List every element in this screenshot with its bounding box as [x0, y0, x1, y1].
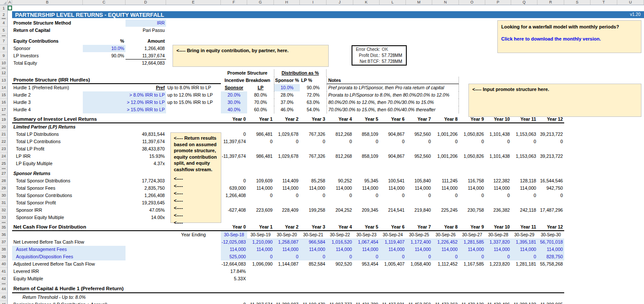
cell-H13[interactable]: Sponsor %	[274, 77, 300, 84]
cell-G38[interactable]: 114,000	[247, 246, 274, 253]
cell-N22[interactable]: 0	[432, 138, 459, 145]
cell-F30[interactable]: 1,266,408	[221, 192, 247, 199]
column-header-G[interactable]: G	[247, 0, 274, 5]
cell-H29[interactable]: 114,000	[274, 185, 300, 192]
cell-C15[interactable]: > 8.0% IRR to LP	[83, 91, 166, 99]
cell-H16[interactable]: 37.0%	[274, 99, 300, 106]
cell-P21[interactable]: 1,101,438	[485, 131, 511, 138]
row-header-36[interactable]: 36	[0, 231, 7, 238]
cell-Q22[interactable]: 0	[511, 138, 537, 145]
cell-H19[interactable]: Year 2	[274, 116, 300, 123]
cell-Q21[interactable]: 1,153,063	[511, 131, 537, 138]
row-header-35[interactable]: 35	[0, 224, 7, 231]
cell-N40[interactable]: 1,112,452	[432, 260, 459, 268]
cell-J38[interactable]: 114,000	[327, 246, 353, 253]
cell-O39[interactable]: 0	[459, 253, 485, 260]
cell-B4[interactable]: Promote Structure Method	[12, 19, 126, 27]
cell-O30[interactable]: 0	[459, 192, 485, 199]
cell-I17[interactable]: 54.0%	[300, 106, 327, 113]
cell-O22[interactable]: 0	[459, 138, 485, 145]
cell-B33[interactable]: Sponsor Equity Multiple	[12, 214, 126, 221]
cell-G24[interactable]: 986,481	[247, 153, 274, 160]
cell-H32[interactable]: 228,409	[274, 207, 300, 214]
cell-N46[interactable]: 11,473,363	[432, 301, 459, 304]
cell-B15[interactable]: Hurdle 2	[12, 91, 83, 99]
cell-F40[interactable]: -12,664,083	[221, 260, 247, 268]
cell-B37[interactable]: Net Levered Before Tax Cash Flow	[12, 238, 221, 246]
column-header-A[interactable]: A	[8, 0, 12, 5]
row-header-37[interactable]: 37	[0, 238, 7, 246]
cell-R32[interactable]: 17,487,296	[537, 207, 564, 214]
cell-E36[interactable]: Year Ending	[166, 231, 221, 238]
cell-M35[interactable]: Year 7	[406, 224, 432, 231]
cell-J19[interactable]: Year 4	[327, 116, 353, 123]
column-header-Q[interactable]: Q	[511, 0, 537, 5]
cell-I46[interactable]: 11,190,479	[300, 301, 327, 304]
cell-Q36[interactable]: 30-Sep-29	[511, 231, 537, 238]
cell-I39[interactable]: 0	[300, 253, 327, 260]
cell-L28[interactable]: 100,541	[380, 177, 406, 185]
cell-P22[interactable]: 0	[485, 138, 511, 145]
row-header-2[interactable]: 2	[0, 11, 7, 18]
cell-J14[interactable]: Pref prorata to LP/Sponsor, then Pro rat…	[327, 84, 459, 91]
cell-D8[interactable]: 1,266,408	[126, 45, 166, 52]
cell-J46[interactable]: 11,007,777	[327, 301, 353, 304]
cell-B31[interactable]: Total Sponsor Profit	[12, 199, 126, 207]
cell-E14[interactable]: Up to 8.0% IRR to LP	[166, 84, 221, 91]
row-header-21[interactable]: 21	[0, 131, 7, 138]
cell-F15[interactable]: 20.0%	[221, 91, 247, 99]
cell-L30[interactable]: 0	[380, 192, 406, 199]
cell-O28[interactable]: 116,758	[459, 177, 485, 185]
cell-B16[interactable]: Hurdle 3	[12, 99, 83, 106]
cell-F29[interactable]: 639,000	[221, 185, 247, 192]
cell-M36[interactable]: 30-Sep-25	[406, 231, 432, 238]
cell-M46[interactable]: 11,452,259	[406, 301, 432, 304]
cell-D7[interactable]: Amount	[126, 38, 166, 45]
cell-K36[interactable]: 30-Sep-23	[353, 231, 380, 238]
row-header-25[interactable]: 25	[0, 160, 7, 167]
cell-J17[interactable]: 70.0%/30.0% to 15.0%, then 60.0%/40.0% t…	[327, 106, 459, 113]
cell-I40[interactable]: 852,584	[300, 260, 327, 268]
row-header-46[interactable]: 46	[0, 301, 7, 304]
cell-M24[interactable]: 952,560	[406, 153, 432, 160]
cell-L24[interactable]: 904,867	[380, 153, 406, 160]
cell-N21[interactable]: 1,001,206	[432, 131, 459, 138]
cell-B2[interactable]: PARTNERSHIP LEVEL RETURNS - EQUITY WATER…	[12, 11, 591, 18]
cell-G46[interactable]: 11,397,674	[247, 301, 274, 304]
cell-D4[interactable]: IRR	[126, 19, 166, 27]
cell-E16[interactable]: up to 15.0% IRR to LP	[166, 99, 221, 106]
select-all-corner[interactable]	[0, 0, 8, 5]
cell-D24[interactable]: 15.93%	[126, 153, 166, 160]
cell-D5[interactable]: Pari Passu	[126, 27, 166, 34]
cell-O40[interactable]: 1,167,585	[459, 260, 485, 268]
cell-P46[interactable]: 11,439,406	[485, 301, 511, 304]
cell-K40[interactable]: 953,454	[353, 260, 380, 268]
row-header-19[interactable]: 19	[0, 116, 7, 123]
column-header-B[interactable]: B	[12, 0, 83, 5]
row-header-16[interactable]: 16	[0, 99, 7, 106]
cell-D21[interactable]: 49,831,544	[126, 131, 166, 138]
cell-D28[interactable]: 17,724,303	[126, 177, 166, 185]
cell-Q30[interactable]: 0	[511, 192, 537, 199]
cell-I30[interactable]: 0	[300, 192, 327, 199]
cell-I14[interactable]: 90.0%	[300, 84, 327, 91]
cell-L32[interactable]: 214,541	[380, 207, 406, 214]
row-header-27[interactable]: 27	[0, 170, 7, 177]
row-header-44[interactable]: 44	[0, 285, 7, 293]
cell-F28[interactable]: 0	[221, 177, 247, 185]
cell-N30[interactable]: 0	[432, 192, 459, 199]
cell-K32[interactable]: 209,345	[353, 207, 380, 214]
row-header-9[interactable]: 9	[0, 52, 7, 60]
cell-F46[interactable]: 0	[221, 301, 247, 304]
cell-F16[interactable]: 30.0%	[221, 99, 247, 106]
column-header-M[interactable]: M	[406, 0, 432, 5]
cell-B38[interactable]: Asset Management Fees	[12, 246, 126, 253]
cell-K35[interactable]: Year 5	[353, 224, 380, 231]
cell-H17[interactable]: 46.0%	[274, 106, 300, 113]
cell-P30[interactable]: 0	[485, 192, 511, 199]
cell-I32[interactable]: 199,258	[300, 207, 327, 214]
cell-M28[interactable]: 105,840	[406, 177, 432, 185]
cell-I35[interactable]: Year 3	[300, 224, 327, 231]
cell-F14[interactable]: Sponsor	[221, 84, 247, 91]
column-header-U[interactable]: U	[617, 0, 644, 5]
